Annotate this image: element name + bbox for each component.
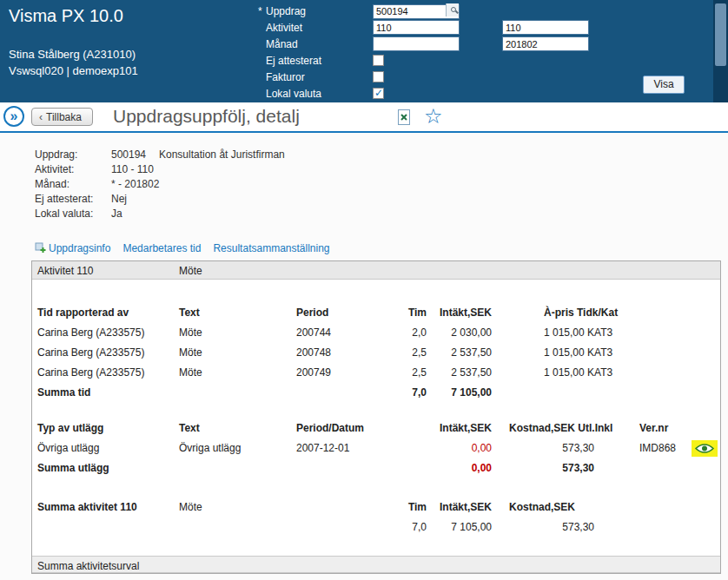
app-title: Visma PX 10.0 [9,6,123,26]
sum-label: Summa utlägg [37,458,109,478]
page-toolbar: » ‹Tillbaka Uppdragsuppfölj, detalj ☆ [0,102,728,133]
cell-text: Möte [179,363,202,383]
expand-menu-icon[interactable]: » [3,106,24,127]
cell-period: 200748 [296,343,331,363]
detail-table: Aktivitet 110 Möte Tid rapporterad av Te… [31,260,721,574]
ej-attesterat-checkbox[interactable] [373,55,384,66]
activity-sum-text: Möte [179,498,202,517]
cell-kostnad: 573,30 [514,438,594,458]
cell-tim: 2,0 [357,323,427,343]
uppdrag-row: *Uppdrag [258,3,589,18]
aktivitet-row: Aktivitet [258,20,589,35]
sum-kostnad: 573,30 [514,458,594,478]
view-links: Uppdragsinfo Medarbetares tid Resultatsa… [35,242,330,254]
col-header: Tid rapporterad av [37,303,129,323]
cell-apris: 1 015,00 KAT3 [544,343,612,363]
selection-summary: Uppdrag:500194Konsultation åt Juristfirm… [35,148,285,221]
manad-to-input[interactable] [502,36,589,51]
info-row-ej-attesterat: Ej attesterat:Nej [35,192,285,207]
fakturor-label: Fakturor [258,71,373,83]
cell-text: Möte [179,343,202,363]
info-value: Ja [111,207,159,221]
back-button[interactable]: ‹Tillbaka [31,108,93,126]
col-header: Intäkt,SEK [431,419,492,438]
cell-apris: 1 015,00 KAT3 [544,363,612,383]
table-row: Övriga utlägg Övriga utlägg 2007-12-01 0… [32,438,720,458]
expense-sum-row: Summa utlägg 0,00 573,30 [32,458,720,478]
cell-intakt: 2 030,00 [431,323,492,343]
tab-medarbetares-tid[interactable]: Medarbetares tid [122,242,201,254]
activity-sum-label: Summa aktivitet 110 [37,498,137,517]
aktivitet-from-input[interactable] [373,20,460,35]
cell-period: 200749 [296,363,331,383]
info-row-manad: Månad:* - 201802 [35,177,285,192]
search-icon [451,7,456,12]
sum-intakt: 0,00 [431,458,492,478]
aktivitet-to-input[interactable] [502,20,589,35]
scrollbar-thumb[interactable] [715,3,726,66]
info-value: * - 201802 [111,177,159,192]
cell-intakt: 0,00 [431,438,492,458]
aktivitet-label: Aktivitet [258,22,373,34]
sum-label: Summa tid [37,383,90,403]
info-label: Uppdrag: [35,148,111,162]
table-footer-row: Summa aktivitetsurval [32,556,720,573]
export-excel-icon[interactable] [395,109,413,126]
manad-from-input[interactable] [373,36,460,51]
col-header: Kostnad,SEK Utl.Inkl [509,419,612,438]
check-icon: ✓ [374,87,383,99]
col-header: Typ av utlägg [37,419,103,438]
search-lookup-button[interactable] [446,3,459,16]
required-mark: * [258,5,262,17]
info-row-lokal-valuta: Lokal valuta:Ja [35,207,285,221]
lokal-valuta-checkbox[interactable]: ✓ [373,88,384,99]
info-extra: Konsultation åt Juristfirman [159,148,285,161]
uppdragsinfo-icon [35,242,46,254]
table-row: Carina Berg (A233575) Möte 200744 2,0 2 … [32,323,720,343]
sum-tim: 7,0 [357,383,427,403]
info-value: 500194 [111,148,159,162]
sum-intakt: 7 105,00 [431,383,492,403]
info-value: Nej [111,192,159,207]
sum-intakt: 7 105,00 [431,517,492,537]
activity-text: Möte [179,261,202,281]
view-receipt-highlight[interactable] [692,440,718,457]
col-header: Tim [357,498,427,517]
ej-attesterat-label: Ej attesterat [258,55,373,67]
app-header: Visma PX 10.0 Stina Stålberg (A231010) V… [0,0,728,102]
cell-vernr: IMD868 [639,438,676,458]
activity-name: Aktivitet 110 [37,261,93,281]
sum-kostnad: 573,30 [514,517,594,537]
favorite-star-icon[interactable]: ☆ [424,103,443,129]
visa-button[interactable]: Visa [643,76,685,94]
cell-expense-type: Övriga utlägg [37,438,99,458]
info-label: Ej attesterat: [35,192,111,207]
cell-tim: 2,5 [357,363,427,383]
cell-tim: 2,5 [357,343,427,363]
lokal-valuta-row: Lokal valuta ✓ [258,86,589,101]
lokal-valuta-label: Lokal valuta [258,88,373,100]
col-header: Kostnad,SEK [509,498,575,517]
cell-reported-by: Carina Berg (A233575) [37,323,144,343]
info-label: Aktivitet: [35,162,111,177]
col-header: Ver.nr [639,419,668,438]
sum-tim: 7,0 [357,517,427,537]
col-header: Intäkt,SEK [431,498,492,517]
info-value: 110 - 110 [111,162,159,177]
cell-period-datum: 2007-12-01 [296,438,349,458]
activity-sum-values-row: 7,0 7 105,00 573,30 [32,517,720,537]
back-chevron-icon: ‹ [39,111,43,123]
col-header: Tim [357,303,427,323]
fakturor-row: Fakturor [258,69,589,84]
cell-apris: 1 015,00 KAT3 [544,323,612,343]
tab-resultatsammanstallning[interactable]: Resultatsammanställning [213,242,329,254]
footer-label: Summa aktivitetsurval [37,557,139,577]
logged-in-user: Stina Stålberg (A231010) [9,48,136,61]
fakturor-checkbox[interactable] [373,71,384,82]
info-row-aktivitet: Aktivitet:110 - 110 [35,162,285,177]
uppdrag-label: *Uppdrag [258,5,373,17]
cell-text: Övriga utlägg [179,438,241,458]
col-header: À-pris Tidk/Kat [544,303,618,323]
cell-text: Möte [179,323,202,343]
tab-uppdragsinfo[interactable]: Uppdragsinfo [35,242,110,254]
